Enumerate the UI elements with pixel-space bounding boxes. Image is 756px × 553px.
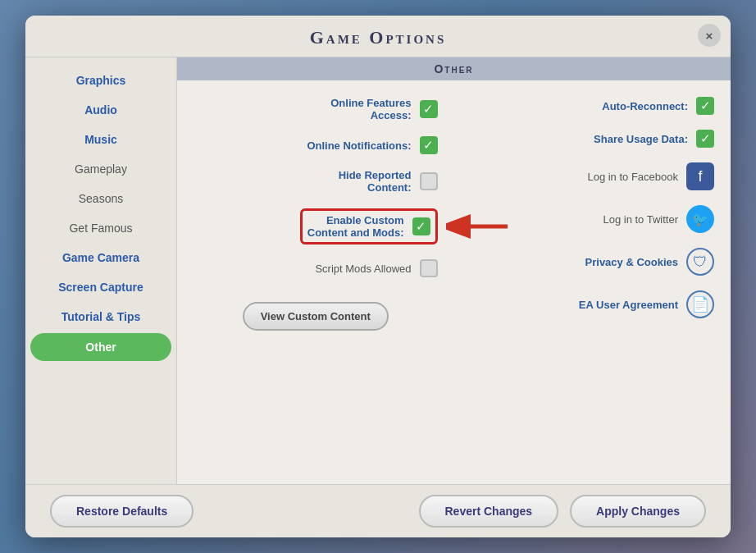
facebook-icon[interactable]: f	[686, 162, 714, 190]
script-mods-checkbox[interactable]	[420, 259, 438, 277]
privacy-shield-icon[interactable]: 🛡	[686, 248, 714, 276]
hide-reported-row: Hide ReportedContent:	[194, 169, 438, 194]
sidebar-item-music[interactable]: Music	[30, 126, 171, 153]
online-notifications-row: Online Notifications: ✓	[194, 136, 438, 154]
script-mods-label: Script Mods Allowed	[315, 263, 411, 275]
sidebar-item-other[interactable]: Other	[30, 333, 171, 361]
sidebar-item-gameplay[interactable]: Gameplay	[30, 155, 171, 183]
close-button[interactable]: ×	[698, 24, 721, 47]
ea-agreement-row: EA User Agreement 📄	[471, 290, 715, 318]
sidebar-item-tutorial-tips[interactable]: Tutorial & Tips	[30, 303, 171, 331]
enable-custom-checkbox[interactable]: ✓	[412, 217, 430, 235]
apply-changes-button[interactable]: Apply Changes	[570, 495, 706, 528]
script-mods-row: Script Mods Allowed	[194, 259, 438, 277]
hide-reported-label: Hide ReportedContent:	[339, 169, 412, 194]
sidebar-item-game-camera[interactable]: Game Camera	[30, 244, 171, 272]
share-usage-checkbox[interactable]: ✓	[696, 130, 714, 148]
share-usage-row: Share Usage Data: ✓	[471, 130, 715, 148]
twitter-icon[interactable]: 🐦	[686, 205, 714, 233]
view-custom-content-button[interactable]: View Custom Content	[243, 302, 389, 331]
online-features-label: Online FeaturesAccess:	[330, 97, 411, 121]
online-features-checkbox[interactable]: ✓	[420, 100, 438, 118]
revert-changes-button[interactable]: Revert Changes	[419, 495, 559, 528]
online-notifications-label: Online Notifications:	[307, 139, 411, 152]
auto-reconnect-label: Auto-Reconnect:	[602, 100, 688, 112]
hide-reported-checkbox[interactable]	[420, 172, 438, 190]
share-usage-label: Share Usage Data:	[594, 133, 688, 145]
footer-right-buttons: Revert Changes Apply Changes	[419, 495, 707, 528]
game-options-dialog: Game Options × Graphics Audio Music Game…	[25, 16, 731, 537]
sidebar-item-get-famous[interactable]: Get Famous	[30, 214, 171, 242]
ea-agreement-label: EA User Agreement	[579, 299, 678, 311]
arrow-indicator	[446, 210, 512, 243]
content-area: Other Online FeaturesAccess: ✓ Online No…	[177, 57, 731, 484]
online-notifications-checkbox[interactable]: ✓	[420, 136, 438, 154]
dialog-footer: Restore Defaults Revert Changes Apply Ch…	[25, 484, 731, 537]
privacy-label: Privacy & Cookies	[585, 256, 678, 268]
restore-defaults-button[interactable]: Restore Defaults	[50, 495, 194, 528]
privacy-row: Privacy & Cookies 🛡	[471, 248, 715, 276]
facebook-label: Log in to Facebook	[587, 171, 678, 183]
dialog-body: Graphics Audio Music Gameplay Seasons Ge…	[25, 57, 731, 484]
section-body: Online FeaturesAccess: ✓ Online Notifica…	[177, 80, 731, 484]
facebook-row: Log in to Facebook f	[471, 162, 715, 190]
dialog-title: Game Options	[310, 27, 447, 48]
ea-agreement-doc-icon[interactable]: 📄	[686, 290, 714, 318]
twitter-label: Log in to Twitter	[603, 213, 678, 226]
sidebar-item-graphics[interactable]: Graphics	[30, 66, 171, 94]
sidebar-item-seasons[interactable]: Seasons	[30, 185, 171, 213]
section-header: Other	[177, 57, 731, 80]
enable-custom-row: Enable CustomContent and Mods: ✓	[300, 208, 438, 245]
title-bar: Game Options ×	[25, 16, 731, 57]
overlay: Game Options × Graphics Audio Music Game…	[0, 0, 756, 553]
online-features-row: Online FeaturesAccess: ✓	[194, 97, 438, 121]
left-column: Online FeaturesAccess: ✓ Online Notifica…	[194, 97, 438, 476]
auto-reconnect-row: Auto-Reconnect: ✓	[471, 97, 715, 115]
enable-custom-label: Enable CustomContent and Mods:	[307, 214, 404, 239]
sidebar-item-audio[interactable]: Audio	[30, 96, 171, 124]
right-column: Auto-Reconnect: ✓ Share Usage Data: ✓ Lo…	[454, 97, 715, 476]
auto-reconnect-checkbox[interactable]: ✓	[696, 97, 714, 115]
sidebar: Graphics Audio Music Gameplay Seasons Ge…	[25, 57, 177, 484]
sidebar-item-screen-capture[interactable]: Screen Capture	[30, 273, 171, 301]
